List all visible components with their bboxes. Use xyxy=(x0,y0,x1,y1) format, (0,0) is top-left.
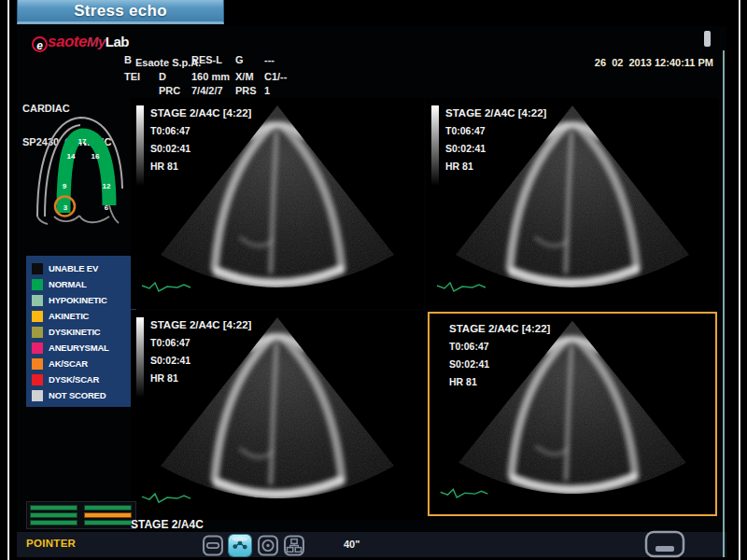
param-prs-val: 1 xyxy=(264,85,270,96)
grayscale-bar xyxy=(431,105,439,186)
heart-rate-label: HR 81 xyxy=(150,158,251,175)
param-c1: C1/-- xyxy=(264,71,287,82)
clip-labels: STAGE 2/A4C [4:22] T0:06:47 S0:02:41 HR … xyxy=(449,320,550,391)
param-res: RES-L xyxy=(191,54,222,65)
stage-time-label: S0:02:41 xyxy=(150,140,251,158)
score-legend: UNABLE EV NORMAL HYPOKINETIC AKINETIC DY… xyxy=(26,256,136,407)
segment-9[interactable]: 9 xyxy=(63,182,67,190)
stage-bar-group-2 xyxy=(84,505,132,527)
stage-bar xyxy=(84,505,132,511)
echo-quadrant-bottom-left[interactable]: STAGE 2/A4C [4:22] T0:06:47 S0:02:41 HR … xyxy=(131,310,424,520)
param-tei: TEI xyxy=(124,71,140,82)
disc-icon[interactable] xyxy=(257,535,279,556)
heart-rate-label: HR 81 xyxy=(445,158,546,175)
tab-label: Stress echo xyxy=(74,2,167,21)
legend-item-unable[interactable]: UNABLE EV xyxy=(30,260,133,276)
heart-rate-label: HR 81 xyxy=(150,370,251,387)
tab-stress-echo[interactable]: Stress echo xyxy=(17,0,224,24)
esaote-mylab-logo: esaoteMyLab xyxy=(32,33,129,52)
legend-item-normal[interactable]: NORMAL xyxy=(30,276,133,292)
legend-item-ak-scar[interactable]: AK/SCAR xyxy=(30,356,133,371)
trackball-icon[interactable] xyxy=(229,535,251,556)
stage-time-label: S0:02:41 xyxy=(445,140,546,158)
datetime-current: 26 02 2013 12:40:11 PM xyxy=(595,56,713,69)
eject-icon[interactable] xyxy=(644,530,685,558)
score-swatch xyxy=(32,327,43,338)
segment-12[interactable]: 12 xyxy=(103,182,111,190)
time-label: T0:06:47 xyxy=(445,122,546,140)
stage-label: STAGE 2/A4C [4:22] xyxy=(445,105,546,122)
param-g: G xyxy=(235,54,244,65)
legend-item-hypokinetic[interactable]: HYPOKINETIC xyxy=(30,292,133,308)
stage-bar xyxy=(30,512,78,518)
stage-label: STAGE 2/A4C [4:22] xyxy=(150,105,251,122)
param-xm: X/M xyxy=(235,71,254,82)
network-icon[interactable] xyxy=(283,535,305,556)
score-swatch xyxy=(32,263,43,274)
param-d: D xyxy=(159,71,166,82)
stage-bar-active xyxy=(84,512,132,518)
stage-bar xyxy=(30,505,78,511)
segment-3[interactable]: 3 xyxy=(63,203,68,212)
echo-quadrant-top-right[interactable]: STAGE 2/A4C [4:22] T0:06:47 S0:02:41 HR … xyxy=(426,98,719,309)
grayscale-bar xyxy=(136,105,144,186)
clip-labels: STAGE 2/A4C [4:22] T0:06:47 S0:02:41 HR … xyxy=(445,105,546,175)
stage-time-label: S0:02:41 xyxy=(150,352,251,370)
legend-item-aneurysmal[interactable]: ANEURYSMAL xyxy=(30,340,133,356)
clip-labels: STAGE 2/A4C [4:22] T0:06:47 S0:02:41 HR … xyxy=(150,105,251,175)
bottom-toolbar xyxy=(17,532,726,557)
legend-item-dysk-scar[interactable]: DYSK/SCAR xyxy=(30,371,133,387)
pointer-mode-label: POINTER xyxy=(26,538,76,549)
time-label: T0:06:47 xyxy=(449,338,550,356)
stage-label: STAGE 2/A4C [4:22] xyxy=(449,320,550,338)
param-prs: PRS xyxy=(235,85,257,96)
legend-item-akinetic[interactable]: AKINETIC xyxy=(30,308,133,324)
lv-segment-diagram[interactable]: 17 14 16 9 12 3 6 xyxy=(26,103,133,226)
echo-quadrant-bottom-right-selected[interactable]: STAGE 2/A4C [4:22] T0:06:47 S0:02:41 HR … xyxy=(428,312,717,516)
stage-time-label: S0:02:41 xyxy=(449,356,550,373)
monitor-bezel-left xyxy=(7,0,9,560)
stage-bar xyxy=(30,520,78,525)
screenshot-root: Stress echo esaoteMyLab Esaote S.p.A. St… xyxy=(0,0,747,560)
segment-17[interactable]: 17 xyxy=(78,137,87,146)
param-mode: B xyxy=(124,54,132,65)
logo-e-icon: e xyxy=(32,36,48,52)
param-prc: PRC xyxy=(159,85,180,96)
score-swatch xyxy=(32,374,43,385)
segment-16[interactable]: 16 xyxy=(92,152,100,161)
right-accent-line xyxy=(723,50,725,557)
echo-quadrant-top-left[interactable]: STAGE 2/A4C [4:22] T0:06:47 S0:02:41 HR … xyxy=(131,98,424,309)
segment-6[interactable]: 6 xyxy=(105,203,109,212)
param-depth: 160 mm xyxy=(191,71,230,82)
legend-item-not-scored[interactable]: NOT SCORED xyxy=(30,387,133,403)
current-stage-label: STAGE 2/A4C xyxy=(131,518,204,531)
score-swatch xyxy=(32,390,43,401)
param-prc-val: 7/4/2/7 xyxy=(191,85,223,96)
monitor-size-label: 40" xyxy=(344,539,359,550)
stage-label: STAGE 2/A4C [4:22] xyxy=(150,316,251,334)
score-swatch xyxy=(32,358,43,370)
stage-progress-panel xyxy=(26,501,136,529)
score-swatch xyxy=(32,311,43,322)
clip-labels: STAGE 2/A4C [4:22] T0:06:47 S0:02:41 HR … xyxy=(150,316,251,387)
heart-rate-label: HR 81 xyxy=(449,373,550,391)
stage-bar xyxy=(84,520,132,525)
drive-icon[interactable] xyxy=(202,535,224,556)
segment-14[interactable]: 14 xyxy=(67,152,76,161)
time-label: T0:06:47 xyxy=(150,334,251,352)
legend-item-dyskinetic[interactable]: DYSKINETIC xyxy=(30,324,133,340)
score-swatch xyxy=(32,343,43,354)
acquisition-parameters: B RES-L G --- TEI D 160 mm X/M C1/-- PRC… xyxy=(124,54,330,101)
monitor-bezel-right xyxy=(739,0,740,560)
application-screen: esaoteMyLab Esaote S.p.A. Stress echo 1 … xyxy=(17,26,726,557)
stage-bar-group-1 xyxy=(30,505,78,527)
param-dash: --- xyxy=(264,54,275,65)
time-label: T0:06:47 xyxy=(150,122,251,140)
score-swatch xyxy=(32,279,43,290)
grayscale-bar xyxy=(136,317,144,398)
score-swatch xyxy=(32,295,43,306)
